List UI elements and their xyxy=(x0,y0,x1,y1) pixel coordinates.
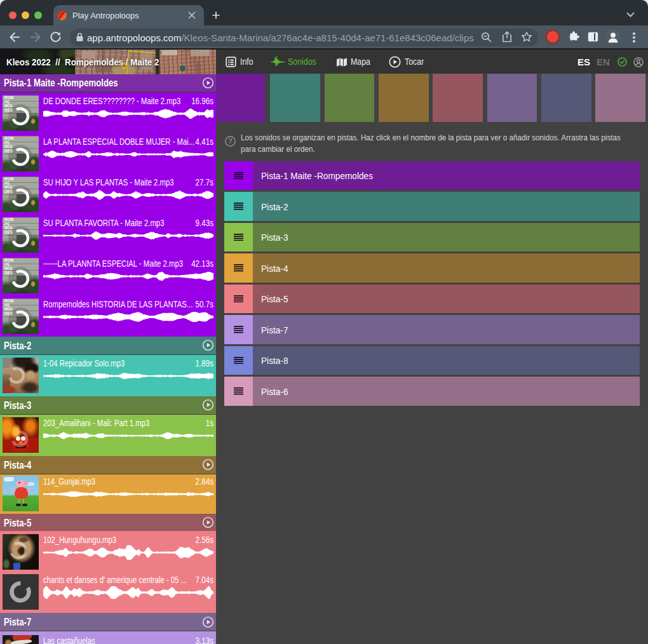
svg-text:?: ? xyxy=(228,137,232,145)
